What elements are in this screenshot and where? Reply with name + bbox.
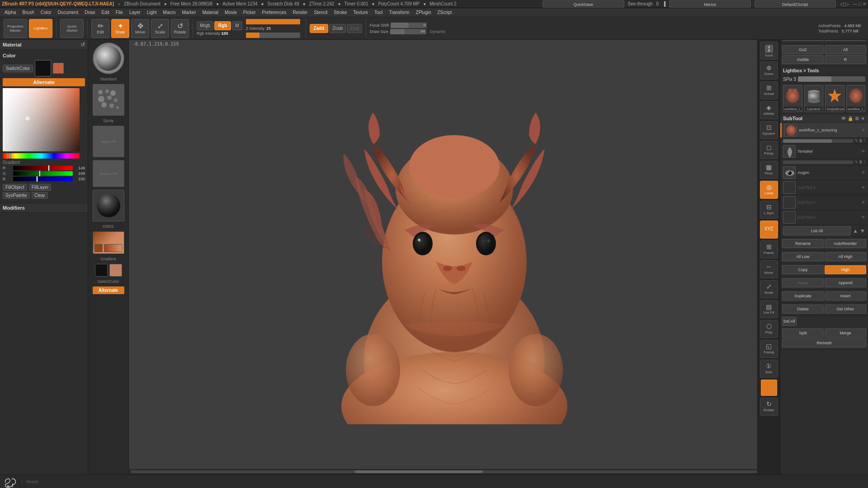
insert-button[interactable]: Insert [825,291,866,300]
rgb-intensity-slider[interactable] [246,19,300,24]
dynami-button[interactable]: ⊡ Dynami [760,121,778,139]
copy-button[interactable]: Copy [782,265,824,274]
zoom-button[interactable]: ⊕ Zoom [760,61,778,80]
r-button[interactable]: R [825,55,866,64]
menu-stencil[interactable]: Stencil [311,9,330,15]
poly-button[interactable]: ⬡ Poly [760,320,778,338]
tool-thumb-3[interactable]: SimpleBrush [825,85,844,112]
menu-draw[interactable]: Draw [82,9,98,15]
rotate-vert-button[interactable]: ↻ Rotate [760,398,778,416]
menu-file[interactable]: File [113,9,126,15]
clear-button[interactable]: Clear [32,192,48,199]
material-refresh-icon[interactable]: ↺ [80,42,85,48]
subtool-eye-icon[interactable]: 👁 [841,116,846,121]
alpha-swatch[interactable]: Alpha Off [93,126,124,157]
menu-alpha[interactable]: Alpha [2,9,19,15]
quick-sketch-button[interactable]: QuickSketch [60,19,84,38]
subtool-eye-1[interactable]: 👁 [861,128,865,132]
subtool-eye-4[interactable]: 👁 [861,185,865,190]
auto-reorder-button[interactable]: AutoReorder [825,239,866,248]
subtool-eye-5[interactable]: 👁 [861,200,865,205]
actual-button[interactable]: ⊞ Actual [760,81,778,99]
hue-slider[interactable] [3,153,80,159]
subtool-slider-bar-tentakel[interactable] [783,160,853,164]
menu-texture[interactable]: Texture [350,9,371,15]
gradient-swatch[interactable] [93,231,124,254]
lightbox-button[interactable]: LightBox [29,19,52,38]
subtool-eye-6[interactable]: 👁 [861,215,865,220]
background-color-swatch[interactable] [53,63,64,74]
move-button[interactable]: ✥ Move [131,19,149,38]
menu-light[interactable]: Light [144,9,160,15]
all-button[interactable]: All [825,45,866,54]
menu-zplugin[interactable]: ZPlugin [413,9,434,15]
list-all-button[interactable]: List All [783,226,851,235]
lsym-button[interactable]: ⊟ L.Sym [760,201,778,219]
subtool-item-5[interactable]: SubTool 5 👁 [780,195,868,210]
xyz-button[interactable]: XYZ [760,221,778,239]
texture-swatch[interactable]: Texture Off [93,160,124,187]
edit-button[interactable]: ✏ Edit [91,19,109,38]
b-slider[interactable] [13,177,73,181]
draw-size-slider[interactable]: 64 [390,29,426,34]
menu-brush[interactable]: Brush [20,9,37,15]
remesh-button[interactable]: Remesh [782,338,866,347]
menu-picker[interactable]: Picker [241,9,259,15]
move-vert-button[interactable]: ↔ Move [760,260,778,278]
frame-button[interactable]: ⊞ Frame [760,240,778,258]
subtool-item-6[interactable]: SubTool 6 👁 [780,210,868,225]
subtool-item-augen[interactable]: Augen 👁 [780,165,868,180]
m-button[interactable]: M [232,21,242,30]
all-low-button[interactable]: All Low [782,252,824,261]
draw-button[interactable]: ✦ Draw [111,19,129,38]
paste-button[interactable]: Paste [782,278,824,287]
quicksave-button[interactable]: QuickSave [542,0,624,8]
zoub-button[interactable]: Zoub [329,24,346,33]
canvas-scrollbar[interactable]: ▼ [129,469,780,474]
tool-thumb-2[interactable]: CylinderD [804,85,824,112]
menu-movie[interactable]: Movie [222,9,240,15]
zadd-button[interactable]: Zadd [310,24,329,33]
g-slider[interactable] [13,171,73,176]
r-slider[interactable] [13,166,73,170]
goz-button[interactable]: GoZ [782,45,824,54]
visible-button[interactable]: Visible [782,55,824,64]
all-high-button[interactable]: All High [825,252,866,261]
append-button[interactable]: Append [825,278,866,287]
color-picker[interactable] [3,88,80,151]
focal-shift-slider[interactable]: 0 [391,23,427,28]
menu-color[interactable]: Color [38,9,54,15]
spix-slider[interactable] [798,76,865,82]
swatch-brown[interactable] [109,264,122,277]
projection-master-button[interactable]: ProjectionMaster [4,19,27,38]
local-button[interactable]: ◎ Local [760,181,778,199]
delete-button[interactable]: Delete [782,305,824,314]
window-controls[interactable]: — □ ✕ [853,1,866,6]
subtool-item-1[interactable]: workflow_1_texturing 👁 [780,123,868,138]
menus-button[interactable]: Menus [669,0,750,8]
fill-object-button[interactable]: FillObject [3,184,27,191]
default-zscript-button[interactable]: DefaultZScript [755,0,836,8]
aahal-button[interactable]: ◈ AAHal [760,101,778,119]
split-button[interactable]: Split [782,328,824,338]
high-button[interactable]: High [825,265,866,274]
scale-button[interactable]: ⤢ Scale [151,19,169,38]
material-preview[interactable] [93,190,124,221]
zcut-button[interactable]: Zcut [347,24,362,33]
menu-transform[interactable]: Transform [386,9,412,15]
switch-color-button[interactable]: SwitchColor [3,65,33,72]
canvas-area[interactable]: -0.87,1.219,0.159 [129,40,780,474]
mrgb-button[interactable]: Mrgb [197,21,213,30]
subtool-item-4[interactable]: SubTool 4 👁 [780,180,868,195]
tool-thumb-4[interactable]: workflow_1_textu [846,85,866,112]
subtool-lock-icon[interactable]: 🔒 [848,116,853,121]
nav-arrows[interactable]: ◁ ▷ [840,1,849,7]
menu-preferences[interactable]: Preferences [259,9,289,15]
scale-vert-button[interactable]: ⤢ Scale [760,280,778,298]
floor-button[interactable]: ▦ Floor [760,161,778,179]
spray-preview[interactable] [93,84,124,116]
alternate-button[interactable]: Alternate [3,78,85,86]
swatch-black[interactable] [95,264,108,277]
foreground-color-swatch[interactable] [35,60,51,76]
subtool-eye-tentakel[interactable]: 👁 [861,149,865,154]
